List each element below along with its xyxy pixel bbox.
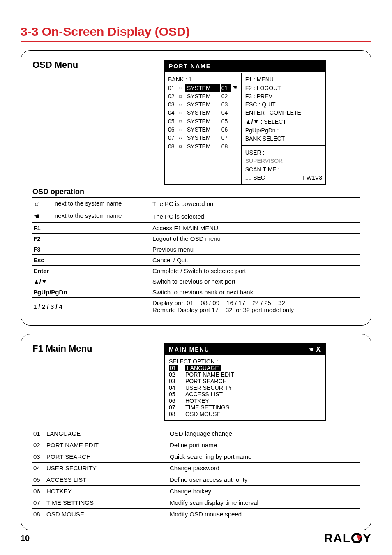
menu-row: 01LANGUAGE xyxy=(169,365,321,371)
menu-row: 06HOTKEY xyxy=(169,398,321,404)
port-row: 01☼SYSTEM01☛ xyxy=(168,84,238,92)
port-row: 02☼SYSTEM02 xyxy=(168,92,238,100)
osd-menu-panel: OSD Menu PORT NAME BANK : 1 01☼SYSTEM01☛… xyxy=(21,50,371,326)
sun-icon: ☼ xyxy=(178,101,184,109)
up-down-arrow-icon: ▲/▼ xyxy=(33,278,47,285)
section-title: 3-3 On-Screen Display (OSD) xyxy=(21,25,371,42)
logo-o-icon xyxy=(351,533,362,543)
osd-menu-heading: OSD Menu xyxy=(32,60,148,70)
table-row: 08OSD MOUSEModify OSD mouse speed xyxy=(32,509,360,520)
osd-screen-main-menu: MAIN MENU ☛ X SELECT OPTION : 01LANGUAGE… xyxy=(164,343,326,421)
table-row: 1 / 2 / 3 / 4Display port 01 ~ 08 / 09 ~… xyxy=(32,298,360,315)
brand-logo: RALY xyxy=(324,531,371,545)
table-row: F2Logout of the OSD menu xyxy=(32,234,360,244)
menu-row: 08OSD MOUSE xyxy=(169,411,321,417)
sun-icon: ☼ xyxy=(178,142,184,150)
page-number: 10 xyxy=(21,534,30,543)
main-menu-description-table: 01LANGUAGEOSD language change02PORT NAME… xyxy=(32,428,360,520)
table-row: EnterComplete / Switch to selected port xyxy=(32,266,360,276)
sun-icon: ☼ xyxy=(178,109,184,117)
table-row: 06HOTKEYChange hotkey xyxy=(32,486,360,497)
port-row: 07☼SYSTEM07 xyxy=(168,134,238,142)
table-row: EscCancel / Quit xyxy=(32,255,360,266)
port-row: 04☼SYSTEM04 xyxy=(168,109,238,117)
table-row: ☛next to the system nameThe PC is select… xyxy=(32,210,360,223)
osd-screen-port-name: PORT NAME BANK : 1 01☼SYSTEM01☛02☼SYSTEM… xyxy=(164,60,326,185)
hand-icon: ☛ xyxy=(33,212,42,221)
main-menu-title: MAIN MENU xyxy=(169,346,210,353)
close-icon: ☛ X xyxy=(307,346,321,353)
f1-main-menu-heading: F1 Main Menu xyxy=(32,343,148,354)
osd-operation-heading: OSD operation xyxy=(32,187,360,198)
menu-row: 05ACCESS LIST xyxy=(169,391,321,398)
table-row: 01LANGUAGEOSD language change xyxy=(32,428,360,439)
osd-operation-table: ☼next to the system nameThe PC is powere… xyxy=(32,198,360,315)
sun-icon: ☼ xyxy=(178,118,184,125)
table-row: ▲/▼Switch to previous or next port xyxy=(32,276,360,287)
table-row: 03PORT SEARCHQuick searching by port nam… xyxy=(32,451,360,462)
sun-icon: ☼ xyxy=(178,84,184,92)
menu-row: 02PORT NAME EDIT xyxy=(169,371,321,378)
osd-screen-title: PORT NAME xyxy=(165,60,325,73)
menu-row: 04USER SECURITY xyxy=(169,384,321,391)
sun-icon: ☼ xyxy=(178,134,184,142)
select-option-label: SELECT OPTION : xyxy=(169,358,321,365)
hand-icon: ☛ xyxy=(232,84,238,92)
table-row: ☼next to the system nameThe PC is powere… xyxy=(32,198,360,210)
table-row: 05ACCESS LISTDefine user access authorit… xyxy=(32,474,360,486)
port-row: 08☼SYSTEM08 xyxy=(168,142,238,150)
bank-label: BANK : 1 xyxy=(168,75,238,83)
table-row: PgUp/PgDnSwitch to previous bank or next… xyxy=(32,287,360,298)
port-row: 03☼SYSTEM03 xyxy=(168,100,238,109)
port-row: 05☼SYSTEM05 xyxy=(168,117,238,125)
table-row: F3Previous menu xyxy=(32,244,360,255)
table-row: F1Access F1 MAIN MENU xyxy=(32,223,360,234)
table-row: 07TIME SETTINGSModify scan display time … xyxy=(32,497,360,509)
osd-help-keys: F1 : MENUF2 : LOGOUTF3 : PREVESC : QUITE… xyxy=(242,73,325,146)
osd-status-block: USER : SUPERVISOR SCAN TIME : 10 SEC FW1… xyxy=(242,146,325,184)
sun-icon: ☼ xyxy=(178,92,184,100)
menu-row: 03PORT SEARCH xyxy=(169,378,321,384)
sun-icon: ☼ xyxy=(33,199,42,208)
f1-main-menu-panel: F1 Main Menu MAIN MENU ☛ X SELECT OPTION… xyxy=(21,334,371,530)
port-row: 06☼SYSTEM06 xyxy=(168,125,238,134)
up-down-arrow-icon: ▲/▼ xyxy=(245,118,259,125)
sun-icon: ☼ xyxy=(178,126,184,134)
menu-row: 07TIME SETTINGS xyxy=(169,404,321,411)
table-row: 04USER SECURITYChange password xyxy=(32,462,360,474)
table-row: 02PORT NAME EDITDefine port name xyxy=(32,439,360,451)
